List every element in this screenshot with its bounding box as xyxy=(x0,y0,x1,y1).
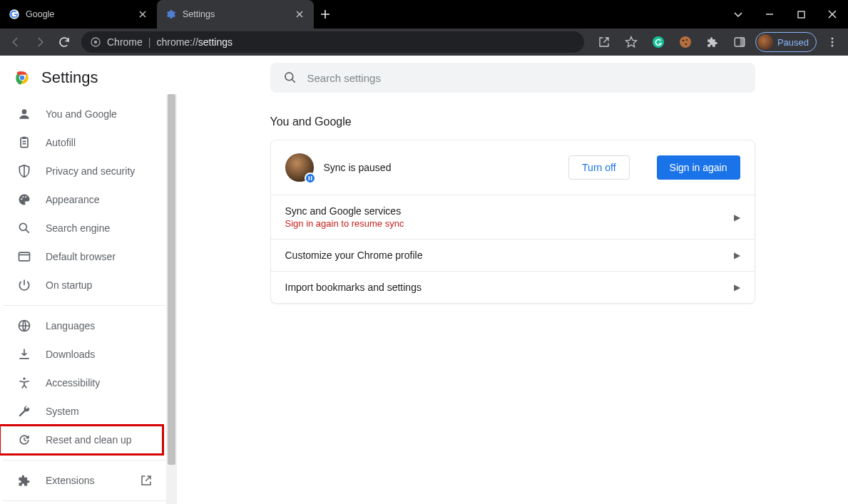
customize-profile-row[interactable]: Customize your Chrome profile ▶ xyxy=(271,239,755,271)
browser-icon xyxy=(17,250,31,264)
window-titlebar: Google Settings xyxy=(0,0,848,29)
sidepanel-icon[interactable] xyxy=(728,31,751,53)
tab-label: Google xyxy=(26,9,131,19)
sidebar-item-search-engine[interactable]: Search engine xyxy=(3,214,165,242)
settings-search[interactable] xyxy=(270,63,755,93)
window-controls xyxy=(722,0,848,29)
sidebar-item-label: Languages xyxy=(46,320,95,331)
svg-point-23 xyxy=(25,196,26,197)
svg-point-14 xyxy=(832,45,834,47)
menu-icon[interactable] xyxy=(821,31,844,53)
svg-point-27 xyxy=(23,378,25,380)
svg-rect-25 xyxy=(19,252,30,261)
sidebar-item-label: You and Google xyxy=(46,108,117,120)
sidebar: Settings You and GoogleAutofillPrivacy a… xyxy=(0,56,177,504)
search-icon xyxy=(283,71,297,85)
svg-rect-11 xyxy=(740,38,745,46)
sidebar-item-downloads[interactable]: Downloads xyxy=(3,340,165,369)
sidebar-item-label: Downloads xyxy=(46,349,95,360)
profile-status: Paused xyxy=(777,37,809,48)
sync-services-row[interactable]: Sync and Google services Sign in again t… xyxy=(271,195,755,239)
sidebar-item-extensions[interactable]: Extensions xyxy=(3,466,165,495)
svg-rect-29 xyxy=(308,176,310,180)
sidebar-item-default-browser[interactable]: Default browser xyxy=(3,242,165,271)
sidebar-item-languages[interactable]: Languages xyxy=(3,312,165,340)
settings-favicon xyxy=(165,9,177,20)
back-button[interactable] xyxy=(4,31,27,53)
minimize-button[interactable] xyxy=(754,10,785,19)
sidebar-item-system[interactable]: System xyxy=(3,397,165,426)
close-icon[interactable] xyxy=(294,9,305,20)
sidebar-item-appearance[interactable]: Appearance xyxy=(3,185,165,214)
search-input[interactable] xyxy=(307,72,742,84)
row-title: Import bookmarks and settings xyxy=(285,282,734,293)
svg-point-4 xyxy=(94,41,98,44)
close-icon[interactable] xyxy=(137,9,148,20)
chevron-down-icon[interactable] xyxy=(722,9,754,19)
close-window-button[interactable] xyxy=(817,10,848,19)
sidebar-item-label: On startup xyxy=(46,279,92,291)
sign-in-again-button[interactable]: Sign in again xyxy=(657,155,740,180)
row-title: Customize your Chrome profile xyxy=(285,250,734,261)
browser-tabs: Google Settings xyxy=(0,0,722,29)
maximize-button[interactable] xyxy=(785,11,817,19)
download-icon xyxy=(17,347,31,361)
sidebar-item-you-and-google[interactable]: You and Google xyxy=(3,100,165,128)
avatar-icon xyxy=(757,34,773,50)
scrollbar[interactable] xyxy=(166,94,177,504)
sidebar-item-privacy-and-security[interactable]: Privacy and security xyxy=(3,157,165,185)
bookmark-icon[interactable] xyxy=(620,31,643,53)
sync-card: Sync is paused Turn off Sign in again Sy… xyxy=(270,140,755,304)
svg-point-8 xyxy=(686,39,688,41)
sidebar-item-label: Default browser xyxy=(46,251,116,262)
svg-point-28 xyxy=(285,73,292,81)
google-favicon xyxy=(9,9,20,20)
tab-label: Settings xyxy=(183,9,288,19)
sidebar-item-label: Privacy and security xyxy=(46,165,135,177)
svg-point-12 xyxy=(832,38,834,40)
sidebar-item-on-startup[interactable]: On startup xyxy=(3,271,165,299)
extension-grammarly-icon[interactable] xyxy=(647,31,670,53)
security-icon xyxy=(90,36,101,48)
svg-rect-19 xyxy=(21,138,28,147)
extensions-icon[interactable] xyxy=(701,31,724,53)
sidebar-item-label: Extensions xyxy=(46,475,94,486)
sidebar-item-label: Accessibility xyxy=(46,377,100,389)
wrench-icon xyxy=(17,404,31,418)
sidebar-item-reset-and-clean-up[interactable]: Reset and clean up xyxy=(0,426,163,454)
chevron-right-icon: ▶ xyxy=(734,212,740,222)
chevron-right-icon: ▶ xyxy=(734,282,740,292)
profile-chip[interactable]: Paused xyxy=(755,32,817,52)
search-icon xyxy=(17,221,31,235)
turn-off-button[interactable]: Turn off xyxy=(568,155,629,180)
tab-settings[interactable]: Settings xyxy=(157,0,314,29)
open-in-new-icon xyxy=(140,474,153,487)
chevron-right-icon: ▶ xyxy=(734,250,740,260)
svg-point-21 xyxy=(21,198,22,200)
row-title: Sync and Google services xyxy=(285,205,734,217)
extension-icon xyxy=(17,473,31,488)
svg-point-6 xyxy=(680,36,691,48)
restore-icon xyxy=(17,433,31,447)
avatar xyxy=(285,153,314,182)
reload-button[interactable] xyxy=(53,31,76,53)
extension-cookie-icon[interactable] xyxy=(674,31,697,53)
shield-icon xyxy=(17,164,31,178)
sync-paused-badge-icon xyxy=(305,173,316,184)
sidebar-item-label: Search engine xyxy=(46,222,110,234)
svg-point-5 xyxy=(653,36,664,48)
svg-point-9 xyxy=(685,43,687,45)
sidebar-item-autofill[interactable]: Autofill xyxy=(3,128,165,157)
separator: | xyxy=(148,36,151,48)
main-content: You and Google Sync is paused Turn off S… xyxy=(177,56,848,504)
forward-button[interactable] xyxy=(29,31,51,53)
page-title: Settings xyxy=(41,68,98,87)
svg-rect-30 xyxy=(310,176,312,180)
share-icon[interactable] xyxy=(593,31,615,53)
sidebar-item-accessibility[interactable]: Accessibility xyxy=(3,369,165,397)
tab-google[interactable]: Google xyxy=(0,0,157,29)
new-tab-button[interactable] xyxy=(314,0,337,29)
import-bookmarks-row[interactable]: Import bookmarks and settings ▶ xyxy=(271,271,755,303)
scrollbar-thumb[interactable] xyxy=(168,94,175,465)
address-bar[interactable]: Chrome | chrome://settings xyxy=(81,31,584,53)
